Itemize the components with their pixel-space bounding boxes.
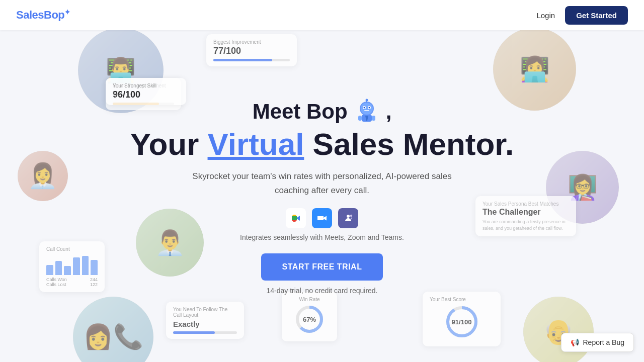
navbar: SalesBop✦ Login Get Started (0, 0, 644, 30)
svg-rect-15 (358, 116, 362, 121)
hero-meet-text: Meet Bop (253, 101, 348, 122)
logo-black: Sales (16, 9, 44, 22)
hero-subtitle: Skyrocket your team's win rates with per… (191, 169, 453, 197)
nav-actions: Login Get Started (536, 6, 628, 25)
hero-title-virtual: Virtual (208, 127, 304, 161)
svg-rect-10 (364, 110, 369, 111)
integrations-icons (286, 208, 358, 228)
zoom-icon (312, 208, 332, 228)
integrations-label: Integrates seamlessly with Meets, Zoom a… (240, 233, 404, 241)
svg-point-5 (361, 103, 373, 115)
robot-icon (353, 98, 381, 126)
logo-blue: Bop (44, 9, 64, 22)
svg-rect-16 (372, 116, 375, 121)
hero-title: Your Virtual Sales Mentor. (130, 128, 514, 160)
svg-point-20 (347, 215, 350, 218)
hero-section: Meet Bop , Your Virtual Sales Mentor. (0, 0, 644, 362)
hero-title-part2: Sales Mentor. (304, 127, 514, 161)
svg-point-9 (368, 107, 370, 109)
hero-meet-row: Meet Bop , (253, 98, 392, 126)
svg-point-21 (350, 215, 352, 217)
report-bug-icon: 📢 (571, 338, 579, 346)
google-meet-icon (286, 208, 306, 228)
get-started-button[interactable]: Get Started (565, 6, 628, 25)
report-bug-button[interactable]: 📢 Report a Bug (561, 333, 634, 352)
login-button[interactable]: Login (536, 11, 555, 20)
comma-text: , (386, 101, 392, 122)
teams-icon (338, 208, 358, 228)
trial-note: 14-day trial, no credit card required. (267, 287, 378, 295)
report-bug-label: Report a Bug (583, 338, 625, 346)
hero-title-part1: Your (130, 127, 208, 161)
svg-point-8 (363, 107, 365, 109)
logo: SalesBop✦ (16, 8, 70, 22)
start-trial-button[interactable]: START FREE TRIAL (261, 253, 383, 281)
svg-point-12 (365, 99, 368, 102)
